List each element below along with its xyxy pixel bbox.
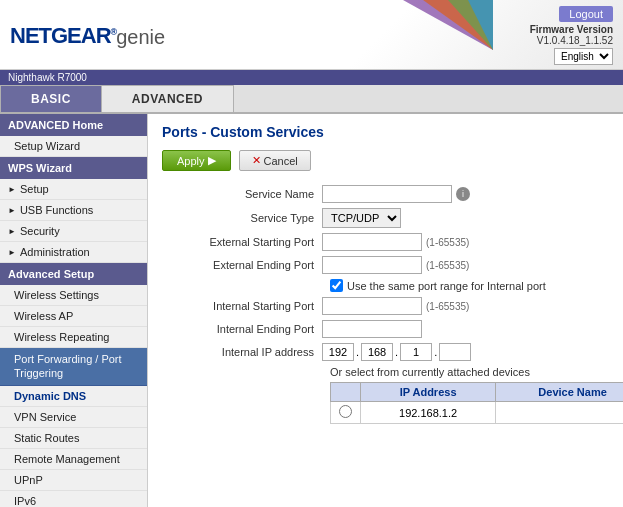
sidebar-item-usb-functions[interactable]: ► USB Functions [0,200,147,221]
ext-ending-port-label: External Ending Port [162,259,322,271]
ip-dot-2: . [395,346,398,358]
int-ending-port-label: Internal Ending Port [162,323,322,335]
header: NETGEAR® genie Logout Firmware Version V… [0,0,623,70]
tab-bar: BASIC ADVANCED [0,85,623,114]
service-type-select[interactable]: TCP/UDP TCP UDP [322,208,401,228]
cancel-label: Cancel [264,155,298,167]
ext-starting-port-input[interactable] [322,233,422,251]
sidebar-item-vpn-service[interactable]: VPN Service [0,407,147,428]
ext-starting-port-row: External Starting Port (1-65535) [162,233,623,251]
apply-label: Apply [177,155,205,167]
info-icon[interactable]: i [456,187,470,201]
sidebar-item-wireless-ap[interactable]: Wireless AP [0,306,147,327]
sidebar-item-dynamic-dns[interactable]: Dynamic DNS [0,386,147,407]
device-table: IP Address Device Name 192.168.1.2 [330,382,623,424]
int-starting-port-row: Internal Starting Port (1-65535) [162,297,623,315]
device-table-area: Or select from currently attached device… [330,366,623,424]
sidebar-label-admin: Administration [20,246,90,258]
arrow-icon-setup: ► [8,185,16,194]
sidebar-item-administration[interactable]: ► Administration [0,242,147,263]
sidebar-item-static-routes[interactable]: Static Routes [0,428,147,449]
firmware-label: Firmware Version [530,24,613,35]
device-radio[interactable] [339,405,352,418]
table-cell-radio[interactable] [331,402,361,424]
same-port-range-label: Use the same port range for Internal por… [347,280,546,292]
same-port-range-row: Use the same port range for Internal por… [162,279,623,292]
logo-genie: genie [116,26,165,49]
sidebar-item-remote-management[interactable]: Remote Management [0,449,147,470]
sidebar-item-security[interactable]: ► Security [0,221,147,242]
firmware-version: V1.0.4.18_1.1.52 [537,35,613,46]
int-starting-port-label: Internal Starting Port [162,300,322,312]
ip-dot-3: . [434,346,437,358]
ip-dot-1: . [356,346,359,358]
sidebar-item-ipv6[interactable]: IPv6 [0,491,147,507]
sidebar-item-setup[interactable]: ► Setup [0,179,147,200]
int-ip-row: Internal IP address . . . [162,343,623,361]
apply-button[interactable]: Apply ▶ [162,150,231,171]
sidebar-label-usb: USB Functions [20,204,93,216]
sidebar-item-upnp[interactable]: UPnP [0,470,147,491]
table-col-device: Device Name [496,383,623,402]
model-bar: Nighthawk R7000 [0,70,623,85]
action-bar: Apply ▶ ✕ Cancel [162,150,623,171]
model-name: Nighthawk R7000 [8,72,87,83]
ip-octet-1[interactable] [322,343,354,361]
int-ip-label: Internal IP address [162,346,322,358]
form: Service Name i Service Type TCP/UDP TCP … [162,185,623,424]
service-name-row: Service Name i [162,185,623,203]
logo-area: NETGEAR® genie [10,23,165,49]
sidebar-label-setup: Setup [20,183,49,195]
int-ending-port-row: Internal Ending Port [162,320,623,338]
int-starting-port-input[interactable] [322,297,422,315]
int-starting-port-hint: (1-65535) [426,301,469,312]
sidebar-section-advanced-setup[interactable]: Advanced Setup [0,263,147,285]
arrow-icon-admin: ► [8,248,16,257]
service-name-input[interactable] [322,185,452,203]
arrow-icon-security: ► [8,227,16,236]
ext-starting-port-hint: (1-65535) [426,237,469,248]
ip-octet-3[interactable] [400,343,432,361]
apply-icon: ▶ [208,154,216,167]
ext-ending-port-row: External Ending Port (1-65535) [162,256,623,274]
ext-ending-port-input[interactable] [322,256,422,274]
tab-basic[interactable]: BASIC [0,85,101,112]
firmware-info: Firmware Version V1.0.4.18_1.1.52 [530,24,613,46]
main-layout: ADVANCED Home Setup Wizard WPS Wizard ► … [0,114,623,507]
sidebar-label-security: Security [20,225,60,237]
ip-row: . . . [322,343,471,361]
table-cell-device [496,402,623,424]
page-title: Ports - Custom Services [162,124,623,140]
header-decoration [403,0,493,50]
sidebar-item-setup-wizard[interactable]: Setup Wizard [0,136,147,157]
same-port-range-checkbox[interactable] [330,279,343,292]
content-area: Ports - Custom Services Apply ▶ ✕ Cancel… [148,114,623,507]
sidebar-item-wireless-settings[interactable]: Wireless Settings [0,285,147,306]
logout-button[interactable]: Logout [559,6,613,22]
language-select[interactable]: English [554,48,613,65]
sidebar: ADVANCED Home Setup Wizard WPS Wizard ► … [0,114,148,507]
tab-advanced[interactable]: ADVANCED [101,85,234,112]
arrow-icon-usb: ► [8,206,16,215]
cancel-button[interactable]: ✕ Cancel [239,150,311,171]
sidebar-item-advanced-home[interactable]: ADVANCED Home [0,114,147,136]
netgear-text: NETGEAR [10,23,111,48]
ip-octet-2[interactable] [361,343,393,361]
ext-ending-port-hint: (1-65535) [426,260,469,271]
table-col-ip: IP Address [361,383,496,402]
sidebar-item-port-forwarding[interactable]: Port Forwarding / Port Triggering [0,348,147,386]
service-name-label: Service Name [162,188,322,200]
table-row: 192.168.1.2 [331,402,624,424]
cancel-x-icon: ✕ [252,154,261,167]
logo-netgear: NETGEAR® [10,23,116,49]
int-ending-port-input[interactable] [322,320,422,338]
device-select-label: Or select from currently attached device… [330,366,623,378]
ext-starting-port-label: External Starting Port [162,236,322,248]
sidebar-item-wireless-repeating[interactable]: Wireless Repeating [0,327,147,348]
table-cell-ip: 192.168.1.2 [361,402,496,424]
ip-octet-4[interactable] [439,343,471,361]
service-type-row: Service Type TCP/UDP TCP UDP [162,208,623,228]
sidebar-item-wps-wizard[interactable]: WPS Wizard [0,157,147,179]
header-right: Logout Firmware Version V1.0.4.18_1.1.52… [530,6,613,65]
service-type-label: Service Type [162,212,322,224]
